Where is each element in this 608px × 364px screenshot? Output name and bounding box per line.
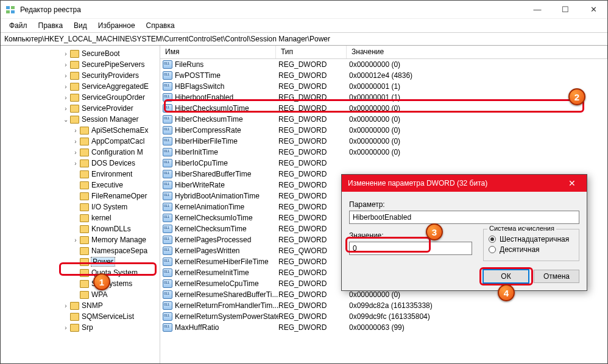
tree-item[interactable]: ›Memory Manage: [1, 234, 160, 245]
cell-type: REG_DWORD: [278, 225, 349, 233]
tree-item[interactable]: ›ApiSetSchemaEx: [1, 125, 160, 136]
cell-value: 0x099dc9fc (161335804): [349, 312, 607, 321]
menu-view[interactable]: Вид: [69, 20, 92, 31]
tree-item[interactable]: Power: [1, 256, 160, 267]
tree-item[interactable]: kernel: [1, 212, 160, 223]
col-type[interactable]: Тип: [276, 46, 347, 58]
cell-type: REG_DWORD: [278, 159, 349, 167]
menu-favorites[interactable]: Избранное: [93, 20, 140, 31]
expand-icon[interactable]: ›: [71, 237, 80, 243]
list-row[interactable]: HiberIoCpuTimeREG_DWORD: [160, 158, 607, 169]
list-row[interactable]: FileRunsREG_DWORD0x00000000 (0): [160, 59, 607, 70]
expand-icon[interactable]: ›: [62, 324, 70, 331]
expand-icon[interactable]: ›: [62, 72, 70, 79]
col-name[interactable]: Имя: [160, 46, 276, 58]
folder-icon: [80, 138, 89, 145]
list-row[interactable]: FwPOSTTimeREG_DWORD0x000012e4 (4836): [160, 70, 607, 81]
svg-rect-0: [6, 6, 10, 9]
expand-icon[interactable]: ›: [71, 160, 80, 167]
expand-icon[interactable]: ›: [62, 105, 70, 112]
expand-icon[interactable]: ›: [62, 94, 70, 101]
radio-hex[interactable]: Шестнадцатеричная: [489, 235, 574, 243]
cell-value: 0x00000000 (0): [349, 148, 607, 156]
list-row[interactable]: KernelReturnFromHandlerTim...REG_DWORD0x…: [160, 300, 607, 311]
folder-icon: [80, 247, 89, 255]
list-row[interactable]: HBFlagsSwitchREG_DWORD0x00000001 (1): [160, 81, 607, 92]
tree-pane[interactable]: ›SecureBoot›SecurePipeServers›SecurityPr…: [1, 46, 160, 363]
address-bar[interactable]: Компьютер\HKEY_LOCAL_MACHINE\SYSTEM\Curr…: [1, 33, 607, 46]
radio-hex-icon: [489, 236, 496, 243]
tree-item[interactable]: Environment: [1, 169, 160, 180]
tree-item-label: kernel: [91, 214, 111, 222]
radio-dec[interactable]: Десятичная: [489, 245, 574, 254]
cell-type: REG_DWORD: [278, 236, 349, 244]
tree-item[interactable]: KnownDLLs: [1, 223, 160, 234]
close-button[interactable]: ✕: [579, 1, 607, 19]
list-row[interactable]: HiberCompressRateREG_DWORD0x00000000 (0): [160, 125, 607, 136]
tree-item[interactable]: I/O System: [1, 201, 160, 212]
cell-name: KernelResumeInitTime: [175, 268, 278, 277]
menu-file[interactable]: Файл: [4, 20, 32, 31]
tree-item[interactable]: SQMServiceList: [1, 311, 160, 322]
dword-icon: [163, 192, 172, 200]
cell-value: 0x00000000 (0): [349, 290, 607, 299]
list-row[interactable]: HiberChecksumTimeREG_DWORD0x00000000 (0): [160, 114, 607, 125]
dword-icon: [163, 225, 172, 233]
cell-type: REG_DWORD: [278, 60, 349, 69]
menu-help[interactable]: Справка: [141, 20, 180, 31]
tree-item[interactable]: SubSystems: [1, 278, 160, 289]
tree-item[interactable]: ›SecurePipeServers: [1, 59, 160, 70]
col-value[interactable]: Значение: [347, 46, 607, 58]
tree-item-label: Memory Manage: [91, 236, 146, 244]
list-row[interactable]: KernelReturnSystemPowerStateREG_DWORD0x0…: [160, 311, 607, 322]
expand-icon[interactable]: ›: [71, 149, 80, 156]
tree-item[interactable]: NamespaceSepa: [1, 245, 160, 256]
expand-icon[interactable]: ›: [62, 303, 70, 309]
tree-item[interactable]: WPA: [1, 289, 160, 300]
tree-item[interactable]: ⌄Session Manager: [1, 114, 160, 125]
list-row[interactable]: HiberbootEnabledREG_DWORD0x00000001 (1): [160, 92, 607, 103]
list-row[interactable]: HiberHiberFileTimeREG_DWORD0x00000000 (0…: [160, 136, 607, 147]
folder-icon: [80, 214, 89, 222]
menu-edit[interactable]: Правка: [34, 20, 68, 31]
tree-item[interactable]: ›ServiceProvider: [1, 103, 160, 114]
tree-item[interactable]: ›ServiceAggregatedE: [1, 81, 160, 92]
tree-item-label: I/O System: [91, 203, 127, 211]
tree-item[interactable]: ›DOS Devices: [1, 158, 160, 169]
window-title: Редактор реестра: [20, 5, 523, 14]
list-row[interactable]: MaxHuffRatioREG_DWORD0x00000063 (99): [160, 322, 607, 333]
dword-icon: [163, 214, 172, 222]
list-row[interactable]: HiberInitTimeREG_DWORD0x00000000 (0): [160, 147, 607, 158]
list-row[interactable]: HiberChecksumIoTimeREG_DWORD0x00000000 (…: [160, 103, 607, 114]
tree-item[interactable]: FileRenameOper: [1, 191, 160, 201]
tree-item-label: SNMP: [82, 301, 103, 310]
tree-item[interactable]: Executive: [1, 180, 160, 191]
expand-icon[interactable]: ›: [62, 83, 70, 90]
value-field[interactable]: [349, 242, 472, 255]
tree-item-label: Environment: [91, 170, 132, 178]
minimize-button[interactable]: —: [523, 1, 551, 19]
cell-value: 0x099dc82a (161335338): [349, 301, 607, 310]
tree-item[interactable]: Quota System: [1, 267, 160, 278]
expand-icon[interactable]: ›: [62, 51, 70, 57]
tree-item[interactable]: ›SNMP: [1, 300, 160, 311]
expand-icon[interactable]: ›: [62, 61, 70, 68]
tree-item[interactable]: ›Configuration M: [1, 147, 160, 158]
cell-type: REG_QWORD: [278, 247, 349, 255]
svg-rect-3: [11, 10, 15, 13]
tree-item[interactable]: ›ServiceGroupOrder: [1, 92, 160, 103]
cell-type: REG_DWORD: [278, 214, 349, 222]
tree-item[interactable]: ›Srp: [1, 322, 160, 333]
tree-item[interactable]: ›SecurityProviders: [1, 70, 160, 81]
tree-item[interactable]: ›SecureBoot: [1, 48, 160, 59]
ok-button[interactable]: ОК: [483, 270, 529, 283]
expand-icon[interactable]: ›: [71, 127, 80, 134]
dialog-close-button[interactable]: ✕: [564, 178, 581, 188]
cancel-button[interactable]: Отмена: [534, 270, 579, 283]
expand-icon[interactable]: ›: [71, 138, 80, 145]
maximize-button[interactable]: ☐: [551, 1, 579, 19]
folder-icon: [70, 50, 79, 58]
radio-dec-label: Десятичная: [500, 245, 540, 254]
tree-item[interactable]: ›AppCompatCacl: [1, 136, 160, 147]
expand-icon[interactable]: ⌄: [62, 116, 70, 123]
